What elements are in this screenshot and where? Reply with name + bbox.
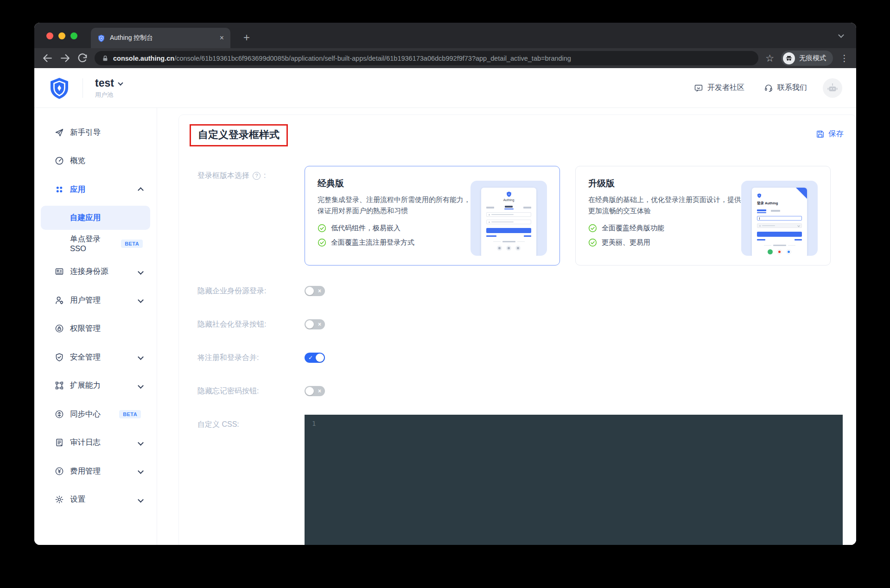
card-description: 在经典版的基础上，优化登录注册页面设计，提供更加流畅的交互体验 xyxy=(588,194,742,216)
chevron-down-icon xyxy=(138,297,144,303)
expand-frame-icon xyxy=(55,381,64,390)
check-circle-icon xyxy=(588,224,597,233)
new-tab-button[interactable]: + xyxy=(238,29,255,46)
browser-toolbar: console.authing.cn/console/61b19361bc6f9… xyxy=(34,48,856,68)
version-cards: 经典版 完整集成登录、注册流程中所需使用的所有能力，保证用对界面户的熟悉和习惯 … xyxy=(305,166,831,266)
sidebar-item-overview[interactable]: 概览 xyxy=(34,147,157,176)
incognito-icon xyxy=(783,52,795,64)
sidebar-item-audit-logs[interactable]: 审计日志 xyxy=(34,429,157,457)
robot-avatar-icon xyxy=(826,82,839,94)
contact-us-link[interactable]: 联系我们 xyxy=(764,83,807,93)
save-button[interactable]: 保存 xyxy=(816,129,844,139)
browser-tab[interactable]: Authing 控制台 × xyxy=(91,28,230,48)
beta-badge: BETA xyxy=(121,240,143,248)
hide-social-login-toggle[interactable]: × xyxy=(305,319,325,329)
version-card-classic[interactable]: 经典版 完整集成登录、注册流程中所需使用的所有能力，保证用对界面户的熟悉和习惯 … xyxy=(305,166,560,266)
toggle-off-glyph: × xyxy=(318,388,321,394)
upgraded-version-preview: 登录 Authing xyxy=(741,181,818,256)
money-circle-icon xyxy=(55,467,64,476)
reload-button[interactable] xyxy=(77,52,89,64)
sidebar-item-permissions[interactable]: 权限管理 xyxy=(34,315,157,343)
branding-panel: 自定义登录框样式 保存 登录框版本选择 ? : 经典版 完整集成登录、注册流程中… xyxy=(178,114,856,545)
gear-icon xyxy=(55,495,64,504)
tab-title: Authing 控制台 xyxy=(110,34,220,42)
authing-logo xyxy=(48,77,70,99)
https-lock-icon xyxy=(102,55,108,62)
mini-corner-decoration xyxy=(796,188,807,199)
workspace-name: test xyxy=(95,77,114,89)
merge-login-register-toggle[interactable]: ✓ xyxy=(305,353,325,363)
check-circle-icon xyxy=(318,238,326,247)
back-button[interactable] xyxy=(42,52,53,64)
url-path: /console/61b19361bc6f963699d0085b/applic… xyxy=(174,55,571,62)
toggle-knob xyxy=(305,387,314,395)
check-circle-icon xyxy=(318,224,326,233)
tab-search-chevron-icon[interactable] xyxy=(838,32,844,38)
check-circle-icon xyxy=(588,238,597,247)
app-body: 新手引导 概览 应用 自建应用 单点登录 SSO BETA 连接身份源 xyxy=(34,108,856,545)
browser-menu-icon[interactable]: ⋮ xyxy=(840,53,849,63)
incognito-badge: 无痕模式 xyxy=(781,51,833,66)
sidebar-item-sync-center[interactable]: 同步中心 BETA xyxy=(34,400,157,429)
sidebar-item-billing[interactable]: 费用管理 xyxy=(34,457,157,486)
sidebar-item-settings[interactable]: 设置 xyxy=(34,486,157,514)
css-code-editor[interactable]: 1 xyxy=(305,415,843,545)
authing-favicon-icon xyxy=(97,34,105,42)
incognito-label: 无痕模式 xyxy=(799,54,826,63)
workspace-type-label: 用户池 xyxy=(95,91,122,99)
browser-window: Authing 控制台 × + console.authing.cn/conso… xyxy=(34,23,856,545)
sidebar-item-sso[interactable]: 单点登录 SSO BETA xyxy=(41,232,150,256)
sidebar-item-self-built-apps[interactable]: 自建应用 xyxy=(41,206,150,230)
toggle-knob xyxy=(316,354,324,362)
version-select-label: 登录框版本选择 ? : xyxy=(197,170,266,181)
paper-plane-icon xyxy=(55,128,64,137)
toggle-off-glyph: × xyxy=(318,321,321,328)
custom-css-label: 自定义 CSS: xyxy=(197,419,239,430)
sidebar-item-guide[interactable]: 新手引导 xyxy=(34,118,157,147)
sidebar-item-applications[interactable]: 应用 xyxy=(34,175,157,204)
workspace-switcher[interactable]: test 用户池 xyxy=(95,77,122,99)
editor-line-number: 1 xyxy=(312,420,316,427)
toggle-knob xyxy=(305,287,314,295)
bookmark-star-icon[interactable]: ☆ xyxy=(765,53,774,64)
mini-shield-icon xyxy=(506,191,512,197)
sidebar-item-user-management[interactable]: 用户管理 xyxy=(34,286,157,315)
forward-button[interactable] xyxy=(59,52,71,64)
classic-version-preview: Authing xyxy=(470,181,547,256)
sidebar-item-extensions[interactable]: 扩展能力 xyxy=(34,372,157,400)
sidebar-item-security[interactable]: 安全管理 xyxy=(34,343,157,372)
address-bar[interactable]: console.authing.cn/console/61b19361bc6f9… xyxy=(95,51,758,65)
header-divider xyxy=(83,78,83,98)
chevron-down-icon xyxy=(138,354,144,360)
chevron-down-icon xyxy=(138,468,144,474)
toggle-off-glyph: × xyxy=(318,288,321,294)
id-card-icon xyxy=(55,267,64,276)
mini-login-button xyxy=(486,228,531,233)
hide-social-login-label: 隐藏社会化登录按钮: xyxy=(197,319,266,330)
user-gear-icon xyxy=(55,296,64,305)
audit-log-icon xyxy=(55,438,64,447)
minimize-window-button[interactable] xyxy=(58,32,65,39)
developer-community-link[interactable]: 开发者社区 xyxy=(694,83,744,93)
user-avatar[interactable] xyxy=(823,78,842,98)
hide-enterprise-idp-label: 隐藏企业身份源登录: xyxy=(197,285,266,297)
chevron-down-icon xyxy=(138,440,144,446)
sidebar-item-identity-sources[interactable]: 连接身份源 xyxy=(34,258,157,286)
hide-enterprise-idp-toggle[interactable]: × xyxy=(305,286,325,296)
toggle-knob xyxy=(305,320,314,329)
url-domain: console.authing.cn xyxy=(113,55,174,62)
gauge-icon xyxy=(55,156,64,165)
close-window-button[interactable] xyxy=(46,32,53,39)
beta-badge: BETA xyxy=(119,410,141,418)
hide-forgot-password-label: 隐藏忘记密码按钮: xyxy=(197,386,259,397)
version-card-upgraded[interactable]: 升级版 在经典版的基础上，优化登录注册页面设计，提供更加流畅的交互体验 全面覆盖… xyxy=(575,166,831,266)
headset-icon xyxy=(764,83,773,93)
mini-shield-icon xyxy=(757,193,762,198)
mini-brand-text: Authing xyxy=(486,198,531,202)
save-icon xyxy=(816,130,825,139)
tab-close-icon[interactable]: × xyxy=(220,34,224,42)
app-header: test 用户池 开发者社区 联系我们 xyxy=(34,68,856,108)
maximize-window-button[interactable] xyxy=(70,32,77,39)
hide-forgot-password-toggle[interactable]: × xyxy=(305,386,325,396)
help-icon[interactable]: ? xyxy=(253,172,261,180)
